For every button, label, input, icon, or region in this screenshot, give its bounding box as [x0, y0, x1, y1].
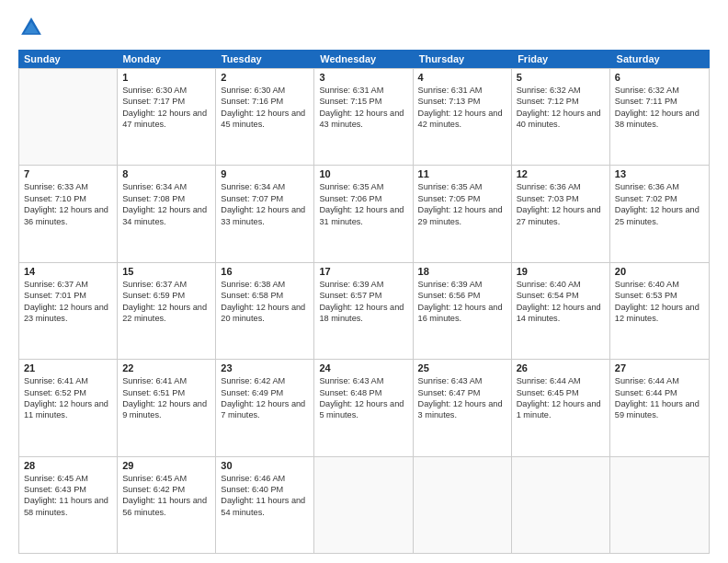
- calendar-cell: 11Sunrise: 6:35 AMSunset: 7:05 PMDayligh…: [414, 166, 512, 261]
- day-number: 21: [24, 362, 112, 373]
- calendar-cell: 27Sunrise: 6:44 AMSunset: 6:44 PMDayligh…: [610, 360, 709, 455]
- day-number: 15: [122, 266, 210, 277]
- calendar-cell: 17Sunrise: 6:39 AMSunset: 6:57 PMDayligh…: [314, 263, 413, 359]
- calendar-cell: [19, 69, 118, 165]
- sunrise-text: Sunrise: 6:32 AM: [615, 85, 704, 96]
- calendar-cell: 15Sunrise: 6:37 AMSunset: 6:59 PMDayligh…: [118, 263, 216, 359]
- sunset-text: Sunset: 6:42 PM: [122, 484, 210, 495]
- calendar-row: 1Sunrise: 6:30 AMSunset: 7:17 PMDaylight…: [19, 68, 709, 166]
- logo-icon: [18, 15, 44, 40]
- day-number: 10: [319, 168, 407, 179]
- daylight-text: Daylight: 12 hours and 43 minutes.: [319, 108, 407, 131]
- day-number: 26: [517, 362, 605, 373]
- calendar-row: 14Sunrise: 6:37 AMSunset: 7:01 PMDayligh…: [19, 263, 709, 360]
- calendar-row: 28Sunrise: 6:45 AMSunset: 6:43 PMDayligh…: [19, 457, 709, 554]
- day-number: 27: [615, 362, 704, 373]
- calendar-row: 21Sunrise: 6:41 AMSunset: 6:52 PMDayligh…: [19, 360, 709, 456]
- day-number: 3: [319, 72, 407, 83]
- sunrise-text: Sunrise: 6:32 AM: [517, 85, 605, 96]
- sunset-text: Sunset: 6:43 PM: [24, 484, 112, 495]
- calendar-cell: [610, 457, 709, 553]
- sunrise-text: Sunrise: 6:35 AM: [418, 181, 506, 192]
- daylight-text: Daylight: 12 hours and 34 minutes.: [122, 204, 210, 227]
- calendar-cell: 28Sunrise: 6:45 AMSunset: 6:43 PMDayligh…: [19, 457, 118, 553]
- sunrise-text: Sunrise: 6:44 AM: [615, 375, 704, 386]
- day-number: 19: [517, 266, 605, 277]
- sunset-text: Sunset: 6:40 PM: [221, 484, 309, 495]
- calendar-cell: 4Sunrise: 6:31 AMSunset: 7:13 PMDaylight…: [414, 69, 512, 165]
- sunset-text: Sunset: 6:44 PM: [615, 387, 704, 398]
- sunrise-text: Sunrise: 6:39 AM: [319, 279, 407, 290]
- sunrise-text: Sunrise: 6:45 AM: [122, 473, 210, 484]
- sunset-text: Sunset: 7:03 PM: [517, 193, 605, 204]
- calendar-header-cell: Friday: [512, 50, 610, 68]
- day-number: 22: [122, 362, 210, 373]
- sunrise-text: Sunrise: 6:39 AM: [418, 279, 506, 290]
- daylight-text: Daylight: 12 hours and 5 minutes.: [319, 398, 407, 421]
- day-number: 24: [319, 362, 407, 373]
- day-number: 25: [418, 362, 506, 373]
- day-number: 29: [122, 460, 210, 471]
- day-number: 20: [615, 266, 704, 277]
- sunset-text: Sunset: 7:05 PM: [418, 193, 506, 204]
- calendar-cell: 24Sunrise: 6:43 AMSunset: 6:48 PMDayligh…: [314, 360, 413, 455]
- daylight-text: Daylight: 12 hours and 11 minutes.: [24, 398, 112, 421]
- calendar-cell: 16Sunrise: 6:38 AMSunset: 6:58 PMDayligh…: [216, 263, 314, 359]
- calendar-header-cell: Monday: [117, 50, 215, 68]
- sunset-text: Sunset: 7:12 PM: [517, 96, 605, 107]
- daylight-text: Daylight: 12 hours and 20 minutes.: [221, 302, 309, 325]
- day-number: 28: [24, 460, 112, 471]
- day-number: 7: [24, 168, 112, 179]
- calendar-cell: 6Sunrise: 6:32 AMSunset: 7:11 PMDaylight…: [610, 69, 709, 165]
- calendar-header-cell: Sunday: [18, 50, 117, 68]
- day-number: 5: [517, 72, 605, 83]
- sunrise-text: Sunrise: 6:43 AM: [418, 375, 506, 386]
- sunset-text: Sunset: 7:13 PM: [418, 96, 506, 107]
- sunrise-text: Sunrise: 6:36 AM: [517, 181, 605, 192]
- daylight-text: Daylight: 12 hours and 47 minutes.: [122, 108, 210, 131]
- calendar-cell: 13Sunrise: 6:36 AMSunset: 7:02 PMDayligh…: [610, 166, 709, 261]
- sunrise-text: Sunrise: 6:34 AM: [221, 181, 309, 192]
- calendar-cell: 29Sunrise: 6:45 AMSunset: 6:42 PMDayligh…: [118, 457, 216, 553]
- day-number: 23: [221, 362, 309, 373]
- sunset-text: Sunset: 6:53 PM: [615, 290, 704, 301]
- daylight-text: Daylight: 12 hours and 7 minutes.: [221, 398, 309, 421]
- page: SundayMondayTuesdayWednesdayThursdayFrid…: [0, 0, 728, 563]
- daylight-text: Daylight: 12 hours and 3 minutes.: [418, 398, 506, 421]
- sunrise-text: Sunrise: 6:43 AM: [319, 375, 407, 386]
- sunset-text: Sunset: 6:59 PM: [122, 290, 210, 301]
- daylight-text: Daylight: 12 hours and 42 minutes.: [418, 108, 506, 131]
- sunset-text: Sunset: 7:17 PM: [122, 96, 210, 107]
- calendar-cell: 20Sunrise: 6:40 AMSunset: 6:53 PMDayligh…: [610, 263, 709, 359]
- day-number: 9: [221, 168, 309, 179]
- daylight-text: Daylight: 12 hours and 38 minutes.: [615, 108, 704, 131]
- calendar-header-cell: Thursday: [414, 50, 512, 68]
- sunset-text: Sunset: 7:01 PM: [24, 290, 112, 301]
- day-number: 8: [122, 168, 210, 179]
- day-number: 16: [221, 266, 309, 277]
- sunrise-text: Sunrise: 6:31 AM: [418, 85, 506, 96]
- daylight-text: Daylight: 12 hours and 23 minutes.: [24, 302, 112, 325]
- calendar-cell: 8Sunrise: 6:34 AMSunset: 7:08 PMDaylight…: [118, 166, 216, 261]
- calendar-cell: 18Sunrise: 6:39 AMSunset: 6:56 PMDayligh…: [414, 263, 512, 359]
- sunset-text: Sunset: 7:07 PM: [221, 193, 309, 204]
- daylight-text: Daylight: 12 hours and 36 minutes.: [24, 204, 112, 227]
- day-number: 14: [24, 266, 112, 277]
- daylight-text: Daylight: 12 hours and 25 minutes.: [615, 204, 704, 227]
- sunrise-text: Sunrise: 6:38 AM: [221, 279, 309, 290]
- sunset-text: Sunset: 7:08 PM: [122, 193, 210, 204]
- sunrise-text: Sunrise: 6:37 AM: [122, 279, 210, 290]
- calendar-cell: [414, 457, 512, 553]
- daylight-text: Daylight: 12 hours and 16 minutes.: [418, 302, 506, 325]
- daylight-text: Daylight: 12 hours and 40 minutes.: [517, 108, 605, 131]
- calendar-cell: 5Sunrise: 6:32 AMSunset: 7:12 PMDaylight…: [512, 69, 610, 165]
- sunrise-text: Sunrise: 6:36 AM: [615, 181, 704, 192]
- sunset-text: Sunset: 6:51 PM: [122, 387, 210, 398]
- day-number: 13: [615, 168, 704, 179]
- calendar-header-cell: Wednesday: [314, 50, 413, 68]
- daylight-text: Daylight: 12 hours and 29 minutes.: [418, 204, 506, 227]
- daylight-text: Daylight: 11 hours and 56 minutes.: [122, 495, 210, 518]
- sunrise-text: Sunrise: 6:34 AM: [122, 181, 210, 192]
- sunset-text: Sunset: 6:54 PM: [517, 290, 605, 301]
- sunrise-text: Sunrise: 6:33 AM: [24, 181, 112, 192]
